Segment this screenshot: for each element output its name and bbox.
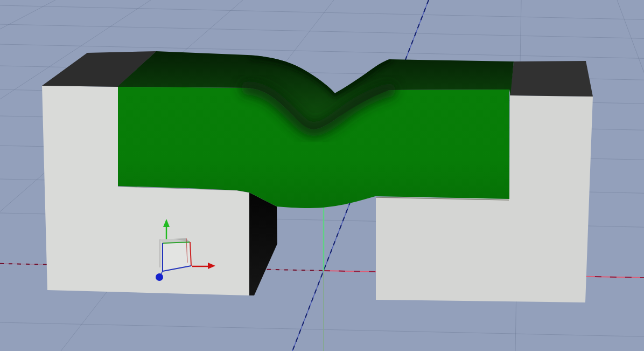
viewport-canvas[interactable] [0, 0, 644, 351]
right-block-top-face[interactable] [510, 61, 593, 97]
gizmo-z-dot[interactable] [156, 273, 163, 281]
viewport [0, 0, 644, 351]
scene-root [0, 0, 644, 351]
